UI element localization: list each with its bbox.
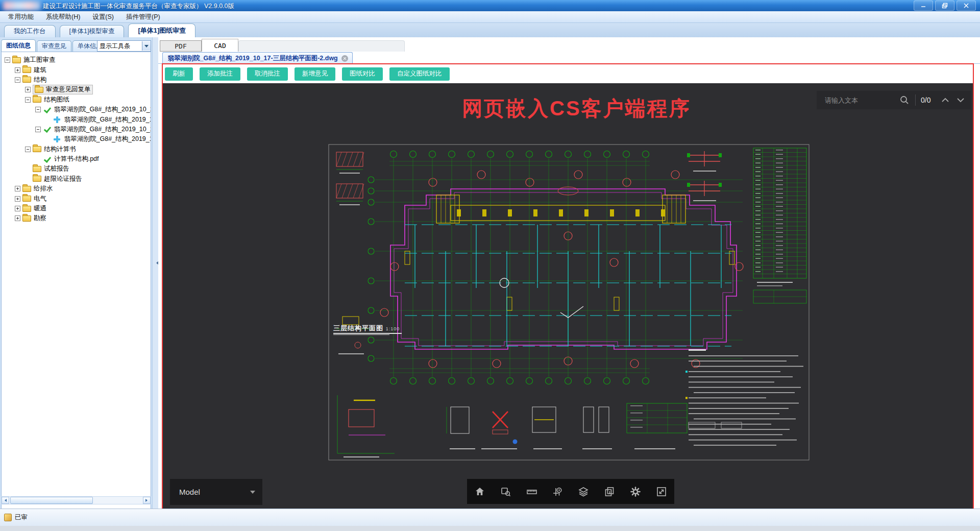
plus-badge-icon [53,116,62,123]
scroll-left-icon[interactable] [2,497,9,504]
folder-icon [22,76,31,83]
folder-icon [22,185,31,192]
scroll-right-icon[interactable] [143,497,151,504]
search-input[interactable] [817,96,899,105]
check-icon [43,106,52,113]
tree-toggle-plus-icon[interactable] [15,67,20,73]
menu-item-common-functions[interactable]: 常用功能 [2,12,40,22]
tree-toggle-plus-icon[interactable] [15,186,20,191]
menu-item-system-help[interactable]: 系统帮助(H) [40,12,86,22]
nav-locate-button[interactable] [547,481,569,502]
tree-row[interactable]: 结构图纸 [2,95,151,105]
nav-pages-button[interactable] [599,481,620,502]
toolbar-dropdown[interactable]: 显示工具条 [97,40,151,52]
format-tabs: PDF CAD [160,39,405,52]
tree-row[interactable]: 结构 [2,75,151,85]
close-file-icon[interactable] [341,55,348,62]
tree-toggle-plus-icon[interactable] [15,196,20,202]
tree-toggle-minus-icon[interactable] [5,57,10,63]
status-text: 已审 [15,513,28,522]
new-comment-button[interactable]: 新增意见 [295,67,335,81]
nav-home-button[interactable] [469,481,491,502]
refresh-button[interactable]: 刷新 [165,67,193,81]
tree-toggle-minus-icon[interactable] [15,77,20,83]
settings-icon [629,486,642,498]
tree-row[interactable]: 翡翠湖别院_G8#_结构_2019_10_17-三 [2,105,151,114]
tree-toggle-minus-icon[interactable] [25,147,31,152]
zoom-window-icon [500,486,512,498]
folder-icon [12,57,21,64]
tree-row[interactable]: 施工图审查 [2,55,151,65]
tree-toggle-plus-icon[interactable] [25,87,31,92]
tree-row[interactable]: 暖通 [2,204,151,213]
maximize-icon[interactable] [935,1,954,11]
left-tab-drawing-info[interactable]: 图纸信息 [1,39,36,52]
tree-row[interactable]: 电气 [2,194,151,203]
app-logo [3,1,41,10]
drawing-scale: 1:100 [386,326,400,331]
folder-icon [33,175,41,182]
tree-row[interactable]: 试桩报告 [2,164,151,174]
cad-canvas[interactable]: 网页嵌入CS客户端程序 0/0 三层结构平面图 1:100 Model [163,83,973,509]
chevron-down-icon[interactable] [955,95,966,105]
panel-splitter[interactable] [152,37,158,509]
folder-icon [33,165,41,173]
tree-toggle-plus-icon[interactable] [15,206,20,211]
tree-toggle-minus-icon[interactable] [35,107,41,112]
pages-icon [603,486,616,498]
model-selector-value: Model [179,488,250,496]
tab-cad[interactable]: CAD [202,39,238,52]
tree-toggle-plus-icon[interactable] [15,215,20,221]
tree-row[interactable]: 勘察 [2,213,151,223]
tree-row[interactable]: 超限论证报告 [2,174,151,184]
menu-item-settings[interactable]: 设置(S) [86,12,120,22]
drawing-compare-button[interactable]: 图纸对比 [342,67,383,81]
tab-pdf[interactable]: PDF [160,40,202,52]
tree-horizontal-scrollbar[interactable] [1,496,151,504]
chevron-up-icon[interactable] [940,95,950,105]
tree-row[interactable]: 翡翠湖别院_G8#_结构_2019_10_17- [2,125,151,134]
tree-row[interactable]: 计算书-结构.pdf [2,154,151,164]
workspace-tab-my-workbench[interactable]: 我的工作台 [4,25,56,37]
scrollbar-thumb[interactable] [10,497,93,504]
left-tab-review-comments[interactable]: 审查意见 [37,40,71,52]
tree-row[interactable]: 给排水 [2,184,151,194]
tree-toggle-minus-icon[interactable] [35,127,41,132]
nav-settings-button[interactable] [625,481,646,502]
search-result-counter: 0/0 [921,96,936,104]
nav-fullscreen-button[interactable] [651,481,672,502]
file-tab-label: 翡翠湖别院_G8#_结构_2019_10_17-三层结构平面图-2.dwg [168,54,338,63]
menu-item-plugin-management[interactable]: 插件管理(P) [120,12,166,22]
tree-row[interactable]: 翡翠湖别院_G8#_结构_2019_10_1 [2,134,151,144]
tree-row[interactable]: 建筑 [2,65,151,75]
search-bar: 0/0 [817,91,971,109]
file-tab[interactable]: 翡翠湖别院_G8#_结构_2019_10_17-三层结构平面图-2.dwg [162,52,353,64]
workspace-tab-unit1-drawing-review[interactable]: [单体1]图纸审查 [128,23,195,37]
model-selector[interactable]: Model [170,479,262,505]
custom-drawing-compare-button[interactable]: 自定义图纸对比 [389,67,450,81]
cad-nav-toolbar [467,479,674,504]
tree-toggle-minus-icon[interactable] [25,97,31,103]
tree-row[interactable]: 审查意见回复单 [2,85,151,94]
nav-measure-button[interactable] [521,481,543,502]
tree-item-label: 暖通 [34,204,46,213]
folder-icon [33,96,41,103]
close-icon[interactable] [957,1,976,11]
tree-item-label: 施工图审查 [23,56,56,64]
minimize-icon[interactable] [914,1,933,11]
nav-layers-button[interactable] [573,481,594,502]
nav-zoom-window-button[interactable] [495,481,517,502]
folder-icon [22,215,31,222]
cad-toolbar: 刷新添加批注取消批注新增意见图纸对比自定义图纸对比 [163,64,973,83]
workspace-tab-unit1-model-review[interactable]: [单体1]模型审查 [60,25,125,37]
tree-row[interactable]: 结构计算书 [2,144,151,154]
tree-row[interactable]: 翡翠湖别院_G8#_结构_2019_10_1 [2,114,151,124]
watermark-text: 网页嵌入CS客户端程序 [462,94,691,123]
chevron-down-icon[interactable] [142,41,151,51]
cancel-annotation-button[interactable]: 取消批注 [247,67,288,81]
tree-selected-item[interactable]: 审查意见回复单 [33,85,93,94]
tree-item-label: 翡翠湖别院_G8#_结构_2019_10_17-三 [54,105,151,114]
search-icon[interactable] [899,94,910,106]
add-annotation-button[interactable]: 添加批注 [200,67,240,81]
tree-item-label: 翡翠湖别院_G8#_结构_2019_10_1 [64,135,151,143]
